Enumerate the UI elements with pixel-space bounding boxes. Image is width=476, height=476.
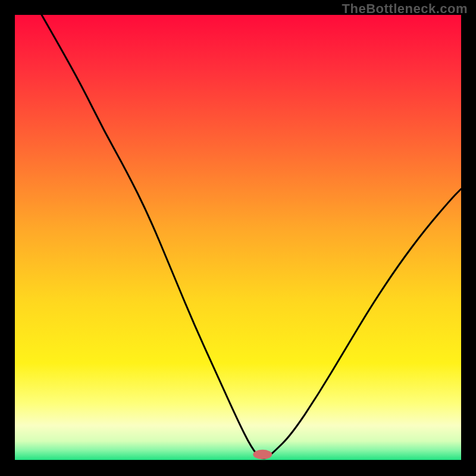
optimum-marker [253,450,272,459]
chart-frame: TheBottleneck.com [0,0,476,476]
chart-plot-area [15,15,461,461]
chart-svg [15,15,461,461]
gradient-background [15,15,461,461]
